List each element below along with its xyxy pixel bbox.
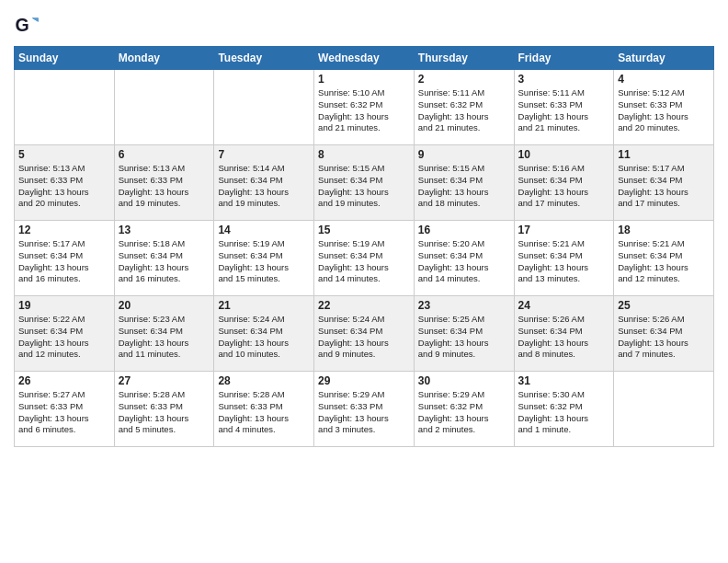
calendar-cell: 16Sunrise: 5:20 AM Sunset: 6:34 PM Dayli… <box>414 221 514 296</box>
day-number: 30 <box>418 374 510 387</box>
day-info: Sunrise: 5:15 AM Sunset: 6:34 PM Dayligh… <box>418 163 510 210</box>
calendar-cell: 7Sunrise: 5:14 AM Sunset: 6:34 PM Daylig… <box>214 145 314 221</box>
day-number: 13 <box>119 224 210 236</box>
header: G <box>14 9 714 39</box>
day-number: 20 <box>119 299 210 312</box>
calendar-cell: 1Sunrise: 5:10 AM Sunset: 6:32 PM Daylig… <box>314 70 415 145</box>
calendar-cell: 27Sunrise: 5:28 AM Sunset: 6:33 PM Dayli… <box>114 372 214 447</box>
day-info: Sunrise: 5:11 AM Sunset: 6:32 PM Dayligh… <box>418 87 510 134</box>
day-number: 15 <box>318 224 410 236</box>
day-number: 26 <box>18 374 110 387</box>
logo: G <box>14 13 43 39</box>
calendar-cell: 21Sunrise: 5:24 AM Sunset: 6:34 PM Dayli… <box>214 296 314 372</box>
calendar-cell: 30Sunrise: 5:29 AM Sunset: 6:32 PM Dayli… <box>414 372 514 447</box>
day-number: 12 <box>18 224 110 236</box>
day-info: Sunrise: 5:29 AM Sunset: 6:33 PM Dayligh… <box>318 389 410 436</box>
day-info: Sunrise: 5:30 AM Sunset: 6:32 PM Dayligh… <box>518 389 610 436</box>
day-number: 24 <box>518 299 610 312</box>
calendar-cell: 24Sunrise: 5:26 AM Sunset: 6:34 PM Dayli… <box>514 296 614 372</box>
calendar-cell: 31Sunrise: 5:30 AM Sunset: 6:32 PM Dayli… <box>514 372 614 447</box>
day-info: Sunrise: 5:25 AM Sunset: 6:34 PM Dayligh… <box>418 314 510 361</box>
day-info: Sunrise: 5:18 AM Sunset: 6:34 PM Dayligh… <box>119 238 210 285</box>
weekday-monday: Monday <box>114 47 214 70</box>
day-number: 11 <box>618 148 710 161</box>
calendar-cell: 14Sunrise: 5:19 AM Sunset: 6:34 PM Dayli… <box>214 221 314 296</box>
day-info: Sunrise: 5:17 AM Sunset: 6:34 PM Dayligh… <box>618 163 710 210</box>
calendar-cell: 10Sunrise: 5:16 AM Sunset: 6:34 PM Dayli… <box>514 145 614 221</box>
week-row-1: 1Sunrise: 5:10 AM Sunset: 6:32 PM Daylig… <box>15 70 714 145</box>
day-info: Sunrise: 5:29 AM Sunset: 6:32 PM Dayligh… <box>418 389 510 436</box>
day-number: 31 <box>518 374 610 387</box>
day-info: Sunrise: 5:19 AM Sunset: 6:34 PM Dayligh… <box>318 238 410 285</box>
day-number: 19 <box>18 299 110 312</box>
day-number: 8 <box>318 148 410 161</box>
week-row-5: 26Sunrise: 5:27 AM Sunset: 6:33 PM Dayli… <box>15 372 714 447</box>
day-info: Sunrise: 5:15 AM Sunset: 6:34 PM Dayligh… <box>318 163 410 210</box>
calendar-cell: 4Sunrise: 5:12 AM Sunset: 6:33 PM Daylig… <box>614 70 714 145</box>
calendar-table: SundayMondayTuesdayWednesdayThursdayFrid… <box>14 46 714 447</box>
calendar-cell: 11Sunrise: 5:17 AM Sunset: 6:34 PM Dayli… <box>614 145 714 221</box>
day-number: 16 <box>418 224 510 236</box>
day-info: Sunrise: 5:17 AM Sunset: 6:34 PM Dayligh… <box>18 238 110 285</box>
day-info: Sunrise: 5:27 AM Sunset: 6:33 PM Dayligh… <box>18 389 110 436</box>
svg-text:G: G <box>15 15 28 35</box>
day-number: 27 <box>119 374 210 387</box>
day-number: 9 <box>418 148 510 161</box>
logo-icon: G <box>14 13 40 39</box>
day-number: 14 <box>218 224 310 236</box>
calendar-cell: 15Sunrise: 5:19 AM Sunset: 6:34 PM Dayli… <box>314 221 415 296</box>
day-info: Sunrise: 5:20 AM Sunset: 6:34 PM Dayligh… <box>418 238 510 285</box>
day-info: Sunrise: 5:21 AM Sunset: 6:34 PM Dayligh… <box>518 238 610 285</box>
calendar-cell: 8Sunrise: 5:15 AM Sunset: 6:34 PM Daylig… <box>314 145 415 221</box>
week-row-2: 5Sunrise: 5:13 AM Sunset: 6:33 PM Daylig… <box>15 145 714 221</box>
day-number: 23 <box>418 299 510 312</box>
day-info: Sunrise: 5:24 AM Sunset: 6:34 PM Dayligh… <box>218 314 310 361</box>
calendar-cell: 23Sunrise: 5:25 AM Sunset: 6:34 PM Dayli… <box>414 296 514 372</box>
day-info: Sunrise: 5:24 AM Sunset: 6:34 PM Dayligh… <box>318 314 410 361</box>
day-number: 10 <box>518 148 610 161</box>
day-info: Sunrise: 5:26 AM Sunset: 6:34 PM Dayligh… <box>618 314 710 361</box>
day-number: 1 <box>318 73 410 86</box>
weekday-thursday: Thursday <box>414 47 514 70</box>
svg-marker-2 <box>32 18 39 22</box>
calendar-cell: 19Sunrise: 5:22 AM Sunset: 6:34 PM Dayli… <box>15 296 115 372</box>
day-info: Sunrise: 5:12 AM Sunset: 6:33 PM Dayligh… <box>618 87 710 134</box>
calendar-cell: 29Sunrise: 5:29 AM Sunset: 6:33 PM Dayli… <box>314 372 415 447</box>
calendar-cell: 18Sunrise: 5:21 AM Sunset: 6:34 PM Dayli… <box>614 221 714 296</box>
calendar-cell <box>15 70 115 145</box>
calendar-cell: 13Sunrise: 5:18 AM Sunset: 6:34 PM Dayli… <box>114 221 214 296</box>
week-row-4: 19Sunrise: 5:22 AM Sunset: 6:34 PM Dayli… <box>15 296 714 372</box>
day-info: Sunrise: 5:10 AM Sunset: 6:32 PM Dayligh… <box>318 87 410 134</box>
weekday-tuesday: Tuesday <box>214 47 314 70</box>
day-info: Sunrise: 5:21 AM Sunset: 6:34 PM Dayligh… <box>618 238 710 285</box>
day-number: 25 <box>618 299 710 312</box>
day-info: Sunrise: 5:28 AM Sunset: 6:33 PM Dayligh… <box>218 389 310 436</box>
calendar-cell: 5Sunrise: 5:13 AM Sunset: 6:33 PM Daylig… <box>15 145 115 221</box>
calendar-cell: 3Sunrise: 5:11 AM Sunset: 6:33 PM Daylig… <box>514 70 614 145</box>
calendar-cell: 9Sunrise: 5:15 AM Sunset: 6:34 PM Daylig… <box>414 145 514 221</box>
day-number: 5 <box>18 148 110 161</box>
calendar-cell: 17Sunrise: 5:21 AM Sunset: 6:34 PM Dayli… <box>514 221 614 296</box>
weekday-saturday: Saturday <box>614 47 714 70</box>
day-number: 28 <box>218 374 310 387</box>
calendar-cell: 22Sunrise: 5:24 AM Sunset: 6:34 PM Dayli… <box>314 296 415 372</box>
calendar-cell <box>114 70 214 145</box>
weekday-wednesday: Wednesday <box>314 47 415 70</box>
week-row-3: 12Sunrise: 5:17 AM Sunset: 6:34 PM Dayli… <box>15 221 714 296</box>
day-number: 2 <box>418 73 510 86</box>
day-info: Sunrise: 5:28 AM Sunset: 6:33 PM Dayligh… <box>119 389 210 436</box>
day-info: Sunrise: 5:13 AM Sunset: 6:33 PM Dayligh… <box>18 163 110 210</box>
day-number: 4 <box>618 73 710 86</box>
day-info: Sunrise: 5:16 AM Sunset: 6:34 PM Dayligh… <box>518 163 610 210</box>
day-number: 29 <box>318 374 410 387</box>
calendar-cell: 12Sunrise: 5:17 AM Sunset: 6:34 PM Dayli… <box>15 221 115 296</box>
day-info: Sunrise: 5:14 AM Sunset: 6:34 PM Dayligh… <box>218 163 310 210</box>
day-info: Sunrise: 5:11 AM Sunset: 6:33 PM Dayligh… <box>518 87 610 134</box>
calendar-cell <box>614 372 714 447</box>
day-number: 7 <box>218 148 310 161</box>
day-info: Sunrise: 5:19 AM Sunset: 6:34 PM Dayligh… <box>218 238 310 285</box>
day-number: 3 <box>518 73 610 86</box>
calendar-cell: 28Sunrise: 5:28 AM Sunset: 6:33 PM Dayli… <box>214 372 314 447</box>
calendar-cell: 26Sunrise: 5:27 AM Sunset: 6:33 PM Dayli… <box>15 372 115 447</box>
day-number: 22 <box>318 299 410 312</box>
